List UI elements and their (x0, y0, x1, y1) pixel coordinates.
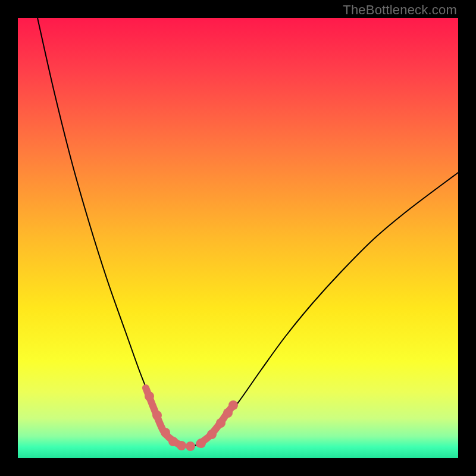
chart-frame (18, 18, 458, 458)
attribution-text: TheBottleneck.com (343, 2, 457, 18)
chart-background-gradient (18, 18, 458, 458)
svg-rect-0 (18, 18, 458, 458)
